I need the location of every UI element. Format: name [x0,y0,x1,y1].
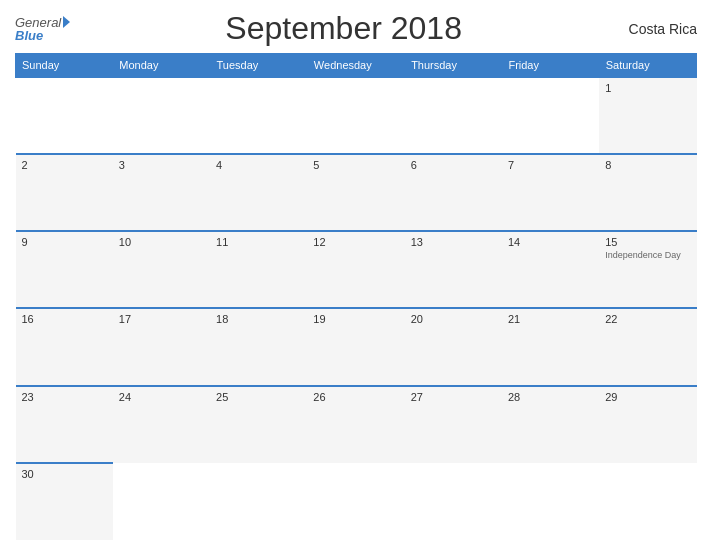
weekday-wednesday: Wednesday [307,54,404,78]
day-number: 26 [313,391,398,403]
day-number: 17 [119,313,204,325]
day-number: 21 [508,313,593,325]
week-row-5: 23242526272829 [16,386,697,463]
day-number: 10 [119,236,204,248]
weekday-tuesday: Tuesday [210,54,307,78]
day-number: 6 [411,159,496,171]
calendar-cell: 4 [210,154,307,231]
calendar-cell [599,463,696,540]
calendar-cell: 17 [113,308,210,385]
calendar-cell: 16 [16,308,113,385]
calendar-cell [307,463,404,540]
calendar-cell [307,77,404,154]
week-row-4: 16171819202122 [16,308,697,385]
day-number: 16 [22,313,107,325]
calendar-cell: 28 [502,386,599,463]
weekday-friday: Friday [502,54,599,78]
calendar-cell [113,463,210,540]
day-number: 20 [411,313,496,325]
day-number: 13 [411,236,496,248]
day-number: 7 [508,159,593,171]
day-number: 27 [411,391,496,403]
calendar-cell: 18 [210,308,307,385]
calendar-title: September 2018 [70,10,617,47]
calendar-cell: 11 [210,231,307,308]
weekday-sunday: Sunday [16,54,113,78]
calendar-cell: 19 [307,308,404,385]
country-name: Costa Rica [617,21,697,37]
calendar-cell: 3 [113,154,210,231]
calendar-cell: 9 [16,231,113,308]
calendar-cell: 29 [599,386,696,463]
calendar-cell [405,463,502,540]
calendar-table: SundayMondayTuesdayWednesdayThursdayFrid… [15,53,697,540]
calendar-cell: 30 [16,463,113,540]
calendar-cell: 20 [405,308,502,385]
calendar-cell [16,77,113,154]
day-number: 28 [508,391,593,403]
calendar-cell: 13 [405,231,502,308]
day-number: 3 [119,159,204,171]
calendar-cell [113,77,210,154]
day-number: 1 [605,82,690,94]
day-number: 30 [22,468,107,480]
logo-blue-text: Blue [15,29,43,42]
weekday-thursday: Thursday [405,54,502,78]
day-number: 22 [605,313,690,325]
calendar-cell: 6 [405,154,502,231]
calendar-cell [210,463,307,540]
day-number: 4 [216,159,301,171]
calendar-cell: 5 [307,154,404,231]
calendar-cell: 7 [502,154,599,231]
day-number: 12 [313,236,398,248]
day-number: 8 [605,159,690,171]
week-row-1: 1 [16,77,697,154]
day-number: 9 [22,236,107,248]
calendar-cell: 15Independence Day [599,231,696,308]
logo: General Blue [15,16,70,42]
weekday-header-row: SundayMondayTuesdayWednesdayThursdayFrid… [16,54,697,78]
week-row-2: 2345678 [16,154,697,231]
day-number: 23 [22,391,107,403]
day-number: 15 [605,236,690,248]
week-row-3: 9101112131415Independence Day [16,231,697,308]
logo-general-text: General [15,16,61,29]
day-number: 18 [216,313,301,325]
logo-triangle-icon [63,16,70,28]
holiday-name: Independence Day [605,250,690,260]
calendar-cell: 14 [502,231,599,308]
calendar-cell: 25 [210,386,307,463]
calendar-cell: 1 [599,77,696,154]
day-number: 11 [216,236,301,248]
calendar-cell [405,77,502,154]
day-number: 29 [605,391,690,403]
calendar-cell [210,77,307,154]
day-number: 5 [313,159,398,171]
calendar-cell: 8 [599,154,696,231]
day-number: 24 [119,391,204,403]
calendar-header: General Blue September 2018 Costa Rica [15,10,697,47]
weekday-monday: Monday [113,54,210,78]
calendar-cell: 2 [16,154,113,231]
day-number: 25 [216,391,301,403]
day-number: 19 [313,313,398,325]
calendar-cell: 21 [502,308,599,385]
calendar-cell: 23 [16,386,113,463]
calendar-cell: 24 [113,386,210,463]
day-number: 14 [508,236,593,248]
weekday-saturday: Saturday [599,54,696,78]
calendar-cell: 10 [113,231,210,308]
day-number: 2 [22,159,107,171]
calendar-cell: 26 [307,386,404,463]
calendar-cell: 27 [405,386,502,463]
week-row-6: 30 [16,463,697,540]
calendar-cell: 12 [307,231,404,308]
calendar-cell: 22 [599,308,696,385]
calendar-cell [502,77,599,154]
calendar-cell [502,463,599,540]
